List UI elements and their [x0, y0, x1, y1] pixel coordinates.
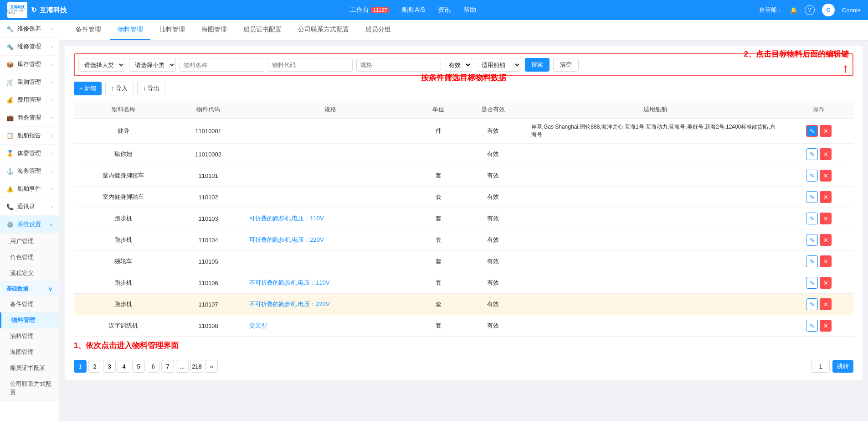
sidebar-item-系统设置[interactable]: ⚙️系统设置 ∨	[0, 216, 59, 234]
delete-button[interactable]: ✕	[820, 277, 832, 289]
cell-unit: 套	[417, 315, 460, 337]
tab-物料管理[interactable]: 物料管理	[110, 20, 150, 40]
delete-button[interactable]: ✕	[820, 148, 832, 160]
export-button[interactable]: ↓ 导出	[137, 82, 165, 95]
chevron-icon: ›	[51, 98, 52, 103]
cell-valid: 有效	[460, 315, 526, 337]
nav-ais[interactable]: 船舶AIS	[402, 6, 425, 14]
edit-button[interactable]: ✎	[806, 255, 818, 267]
sidebar-item-海务管理[interactable]: ⚓海务管理 ›	[0, 162, 59, 180]
edit-button[interactable]: ✎	[806, 234, 818, 246]
question-icon[interactable]: ?	[805, 5, 815, 15]
page-btn-3[interactable]: 3	[103, 360, 116, 373]
delete-button[interactable]: ✕	[820, 125, 832, 137]
cell-unit: 套	[417, 251, 460, 272]
sidebar-item-船舶事件[interactable]: ⚠️船舶事件 ›	[0, 180, 59, 198]
spec-input[interactable]	[356, 58, 441, 72]
商务管理-icon: 💼	[6, 114, 14, 121]
edit-button[interactable]: ✎	[806, 148, 818, 160]
name-input[interactable]	[180, 58, 264, 72]
cell-name: 跑步机	[74, 208, 173, 229]
cell-ships: 岸基,Gas Shanghai,国轮888,海洋之心,互海1号,互海动力,蓝海号…	[526, 119, 785, 144]
tab-油料管理[interactable]: 油料管理	[152, 20, 192, 40]
cell-ships	[526, 144, 785, 165]
sidebar-item-商务管理[interactable]: 💼商务管理 ›	[0, 109, 59, 127]
sidebar-sub-物料管理[interactable]: 物料管理	[0, 312, 59, 328]
tab-船员分组[interactable]: 船员分组	[358, 20, 398, 40]
sidebar-item-维修管理[interactable]: 🔩维修管理 ›	[0, 38, 59, 56]
sidebar-item-库存管理[interactable]: 📦库存管理 ›	[0, 56, 59, 73]
edit-button[interactable]: ✎	[806, 298, 818, 310]
cell-spec: 不可折叠的跑步机,电压：220V	[244, 294, 417, 315]
refresh-icon[interactable]: ↻	[31, 6, 37, 14]
sidebar-sub-base: 备件管理 物料管理 油料管理 海图管理 船员证书配置 公司联系方式配置	[0, 296, 59, 400]
edit-button[interactable]: ✎	[806, 125, 818, 137]
edit-button[interactable]: ✎	[806, 320, 818, 332]
cell-action: ✎ ✕	[784, 251, 853, 272]
sidebar-item-采购管理[interactable]: 🛒采购管理 ›	[0, 73, 59, 91]
sidebar-item-费用管理[interactable]: 💰费用管理 ›	[0, 91, 59, 109]
tab-船员证书配置[interactable]: 船员证书配置	[236, 20, 289, 40]
nav-help[interactable]: 帮助	[463, 6, 476, 14]
cell-valid: 有效	[460, 208, 526, 229]
cell-ships	[526, 165, 785, 187]
ship-select[interactable]: 适用船舶	[476, 58, 521, 72]
category-select[interactable]: 请选择大类	[78, 58, 125, 72]
page-btn-...[interactable]: ...	[176, 360, 189, 373]
sidebar-section-基础数据[interactable]: 基础数据 ∨	[0, 281, 59, 296]
sidebar-sub-用户管理[interactable]: 用户管理	[0, 234, 59, 249]
sidebar-item-通讯录[interactable]: 📞通讯录 ›	[0, 198, 59, 216]
sidebar-sub-角色管理[interactable]: 角色管理	[0, 249, 59, 265]
col-code: 物料代码	[173, 101, 244, 119]
chevron-icon: ›	[51, 80, 52, 85]
add-button[interactable]: + 新增	[74, 82, 102, 95]
tab-备件管理[interactable]: 备件管理	[68, 20, 108, 40]
cell-unit: 套	[417, 272, 460, 294]
delete-button[interactable]: ✕	[820, 255, 832, 267]
sidebar-item-体委管理[interactable]: 🏅体委管理 ›	[0, 145, 59, 162]
sidebar-sub-船员证书配置[interactable]: 船员证书配置	[0, 360, 59, 376]
delete-button[interactable]: ✕	[820, 213, 832, 224]
sidebar-sub-公司联系方式配置[interactable]: 公司联系方式配置	[0, 376, 59, 400]
delete-button[interactable]: ✕	[820, 320, 832, 332]
sidebar-sub-备件管理[interactable]: 备件管理	[0, 296, 59, 312]
avatar[interactable]: C	[822, 4, 835, 16]
sidebar-sub-海图管理[interactable]: 海图管理	[0, 344, 59, 360]
sidebar-item-船舶报告[interactable]: 📋船舶报告 ›	[0, 127, 59, 145]
page-btn-7[interactable]: 7	[161, 360, 174, 373]
nav-workbench[interactable]: 工作台 11197	[350, 6, 390, 14]
bell-icon[interactable]: 🔔	[790, 7, 797, 14]
edit-button[interactable]: ✎	[806, 170, 818, 182]
tab-海图管理[interactable]: 海图管理	[194, 20, 234, 40]
code-input[interactable]	[268, 58, 353, 72]
col-ships: 适用船舶	[526, 101, 785, 119]
delete-button[interactable]: ✕	[820, 234, 832, 246]
page-btn-4[interactable]: 4	[118, 360, 130, 373]
delete-button[interactable]: ✕	[820, 298, 832, 310]
sidebar-item-维修保养[interactable]: 🔧维修保养 ›	[0, 20, 59, 38]
page-btn-218[interactable]: 218	[190, 360, 203, 373]
cell-ships	[526, 294, 785, 315]
valid-select[interactable]: 有效 无效 全部	[445, 58, 472, 72]
nav-news[interactable]: 资讯	[438, 6, 451, 14]
page-btn-2[interactable]: 2	[88, 360, 101, 373]
edit-button[interactable]: ✎	[806, 213, 818, 224]
page-input[interactable]: 1	[812, 360, 830, 373]
edit-button[interactable]: ✎	[806, 191, 818, 203]
sidebar-sub-油料管理[interactable]: 油料管理	[0, 328, 59, 344]
page-btn-6[interactable]: 6	[147, 360, 159, 373]
page-btn-1[interactable]: 1	[74, 360, 87, 373]
delete-button[interactable]: ✕	[820, 170, 832, 182]
cell-code: 110103	[173, 208, 244, 229]
page-btn-5[interactable]: 5	[132, 360, 145, 373]
clear-button[interactable]: 清空	[553, 58, 579, 72]
tab-公司联系方式配置[interactable]: 公司联系方式配置	[291, 20, 356, 40]
subcategory-select[interactable]: 请选择小类	[129, 58, 176, 72]
sidebar-sub-流程定义[interactable]: 流程定义	[0, 265, 59, 281]
edit-button[interactable]: ✎	[806, 277, 818, 289]
page-btn-»[interactable]: »	[205, 360, 218, 373]
delete-button[interactable]: ✕	[820, 191, 832, 203]
search-button[interactable]: 搜索	[525, 58, 550, 72]
import-button[interactable]: ↑ 导入	[105, 82, 134, 95]
goto-button[interactable]: 跳转	[832, 360, 853, 373]
